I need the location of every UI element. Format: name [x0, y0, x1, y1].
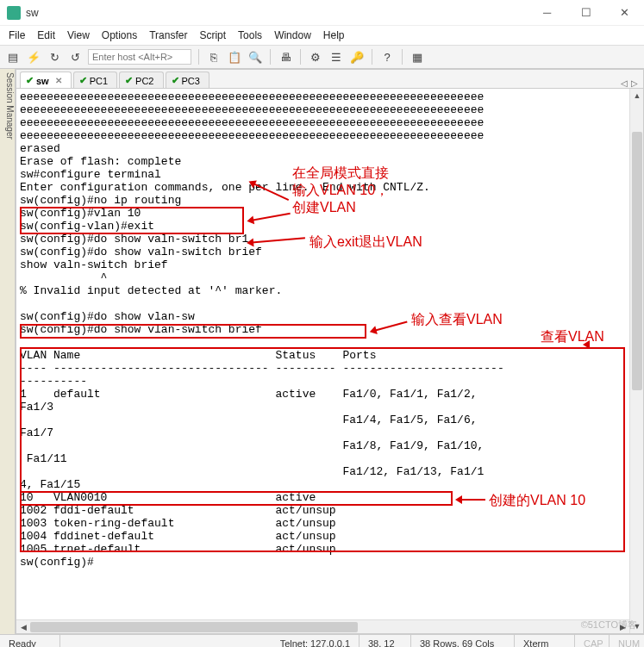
session-manager-sidebar[interactable]: Session Manager	[0, 69, 16, 634]
scroll-thumb[interactable]	[30, 622, 358, 632]
menu-view[interactable]: View	[67, 29, 90, 41]
status-size: 38 Rows, 69 Cols	[411, 635, 515, 647]
menu-file[interactable]: File	[9, 29, 25, 41]
terminal[interactable]: eeeeeeeeeeeeeeeeeeeeeeeeeeeeeeeeeeeeeeee…	[16, 89, 643, 633]
vertical-scrollbar[interactable]: ▲ ▼	[629, 89, 643, 633]
tab-pc2[interactable]: ✔ PC2	[119, 72, 163, 88]
copy-icon[interactable]: ⎘	[206, 49, 222, 65]
close-button[interactable]: ✕	[605, 0, 644, 26]
disconnect-icon[interactable]: ↺	[67, 49, 83, 65]
reconnect-icon[interactable]: ↻	[47, 49, 62, 65]
window-titlebar: sw ─ ☐ ✕	[0, 0, 644, 26]
menu-script[interactable]: Script	[199, 29, 226, 41]
check-icon: ✔	[172, 75, 179, 86]
session-manager-icon[interactable]: ▤	[5, 49, 21, 65]
tab-label: PC1	[90, 76, 108, 86]
session-tabs: ✔ sw ✕ ✔ PC1 ✔ PC2 ✔ PC3 ◁ ▷	[16, 70, 643, 89]
toolbar-separator	[198, 49, 199, 65]
status-caps: CAP	[575, 635, 610, 647]
menu-window[interactable]: Window	[274, 29, 311, 41]
status-cursor: 38, 12	[360, 635, 411, 647]
app-icon	[7, 6, 21, 20]
toolbar-separator	[270, 49, 271, 65]
toolbar-separator	[372, 49, 372, 65]
maximize-button[interactable]: ☐	[566, 0, 605, 26]
tab-label: PC2	[135, 76, 153, 86]
tab-sw[interactable]: ✔ sw ✕	[20, 72, 72, 88]
toolbar-separator	[402, 49, 403, 65]
print-icon[interactable]: 🖶	[278, 49, 293, 65]
main-area: ✔ sw ✕ ✔ PC1 ✔ PC2 ✔ PC3 ◁ ▷ eeeeee	[16, 69, 644, 634]
paste-icon[interactable]: 📋	[227, 49, 242, 65]
window-controls: ─ ☐ ✕	[528, 0, 644, 26]
menu-tools[interactable]: Tools	[238, 29, 262, 41]
help-icon[interactable]: ?	[379, 49, 395, 65]
key-icon[interactable]: 🔑	[349, 49, 365, 65]
menu-options[interactable]: Options	[102, 29, 137, 41]
quick-connect-icon[interactable]: ⚡	[26, 49, 41, 65]
status-num: NUM	[610, 635, 644, 647]
find-icon[interactable]: 🔍	[247, 49, 263, 65]
status-ready: Ready	[0, 635, 60, 647]
tab-pc1[interactable]: ✔ PC1	[73, 72, 117, 88]
tab-nav-right[interactable]: ▷	[631, 78, 638, 88]
session-options-icon[interactable]: ☰	[328, 49, 344, 65]
check-icon: ✔	[79, 75, 87, 86]
menu-edit[interactable]: Edit	[37, 29, 55, 41]
status-term: Xterm	[515, 635, 575, 647]
scroll-left-icon[interactable]: ◀	[16, 620, 30, 633]
new-tab-icon[interactable]: ▦	[410, 49, 425, 65]
toolbar-separator	[300, 49, 301, 65]
minimize-button[interactable]: ─	[528, 0, 566, 26]
toolbar: ▤ ⚡ ↻ ↺ ⎘ 📋 🔍 🖶 ⚙ ☰ 🔑 ? ▦	[0, 45, 644, 69]
check-icon: ✔	[26, 75, 34, 86]
watermark: ©51CTO博客	[581, 619, 637, 631]
settings-icon[interactable]: ⚙	[308, 49, 323, 65]
scroll-thumb[interactable]	[632, 132, 642, 390]
scroll-up-icon[interactable]: ▲	[630, 89, 643, 103]
tab-label: sw	[36, 76, 49, 86]
status-bar: Ready Telnet: 127.0.0.1 38, 12 38 Rows, …	[0, 634, 644, 647]
tab-nav-left[interactable]: ◁	[621, 78, 628, 88]
menu-transfer[interactable]: Transfer	[149, 29, 187, 41]
close-tab-icon[interactable]: ✕	[55, 76, 62, 85]
window-title: sw	[26, 7, 528, 19]
menu-help[interactable]: Help	[323, 29, 345, 41]
host-input[interactable]	[88, 49, 191, 65]
check-icon: ✔	[125, 75, 133, 86]
horizontal-scrollbar[interactable]: ◀ ▶	[16, 619, 629, 633]
status-telnet: Telnet: 127.0.0.1	[60, 635, 360, 647]
tab-pc3[interactable]: ✔ PC3	[166, 72, 209, 88]
tab-label: PC3	[182, 76, 200, 86]
menu-bar: File Edit View Options Transfer Script T…	[0, 26, 644, 45]
terminal-output: eeeeeeeeeeeeeeeeeeeeeeeeeeeeeeeeeeeeeeee…	[16, 89, 643, 570]
